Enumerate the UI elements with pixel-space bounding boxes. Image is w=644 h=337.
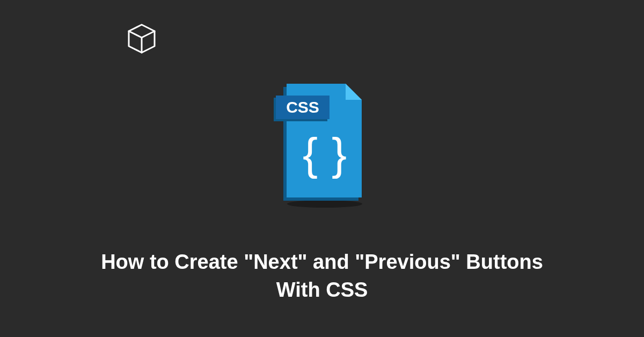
cube-icon xyxy=(125,21,159,56)
curly-close: } xyxy=(332,129,347,179)
page-title: How to Create "Next" and "Previous" Butt… xyxy=(0,248,644,304)
curly-open: { xyxy=(303,129,318,179)
css-label: CSS xyxy=(286,98,319,116)
logo xyxy=(125,21,159,58)
css-file-icon: CSS { } xyxy=(268,79,376,210)
svg-point-0 xyxy=(287,200,362,208)
